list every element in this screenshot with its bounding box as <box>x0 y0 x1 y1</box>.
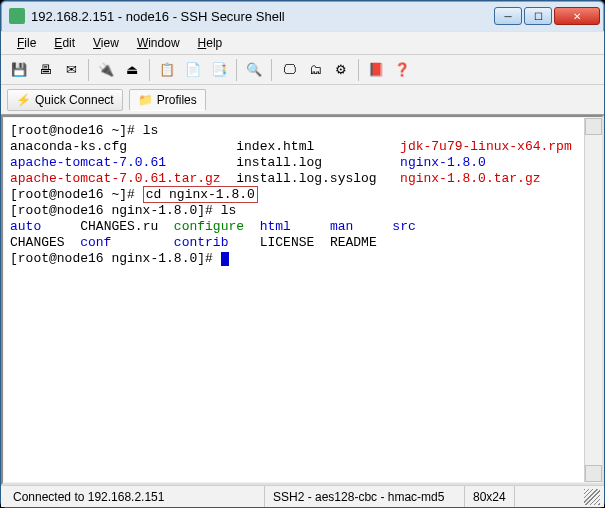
connect-icon[interactable]: 🔌 <box>94 58 118 82</box>
status-connection: Connected to 192.168.2.151 <box>5 486 265 507</box>
help-book-icon[interactable]: 📕 <box>364 58 388 82</box>
menu-help[interactable]: Help <box>190 34 231 52</box>
status-size: 80x24 <box>465 486 515 507</box>
minimize-button[interactable]: ─ <box>494 7 522 25</box>
file: LICENSE <box>260 235 315 250</box>
vertical-scrollbar[interactable] <box>584 118 601 482</box>
command-highlighted: cd nginx-1.8.0 <box>143 186 258 203</box>
command: ls <box>143 123 159 138</box>
file: index.html <box>236 139 314 154</box>
menu-edit[interactable]: Edit <box>46 34 83 52</box>
file: jdk-7u79-linux-x64.rpm <box>400 139 572 154</box>
disconnect-icon[interactable]: ⏏ <box>120 58 144 82</box>
copy-icon[interactable]: 📋 <box>155 58 179 82</box>
prompt: [root@node16 ~]# <box>10 123 143 138</box>
transfer-icon[interactable]: 🗂 <box>303 58 327 82</box>
app-window: 192.168.2.151 - node16 - SSH Secure Shel… <box>0 0 605 508</box>
window-controls: ─ ☐ ✕ <box>494 7 600 25</box>
separator <box>271 59 272 81</box>
clipboard-icon[interactable]: 📑 <box>207 58 231 82</box>
dir: contrib <box>174 235 229 250</box>
terminal[interactable]: [root@node16 ~]# ls anaconda-ks.cfg inde… <box>4 118 584 482</box>
quick-connect-label: Quick Connect <box>35 93 114 107</box>
app-icon <box>9 8 25 24</box>
titlebar: 192.168.2.151 - node16 - SSH Secure Shel… <box>1 1 604 31</box>
prompt: [root@node16 nginx-1.8.0]# <box>10 203 221 218</box>
dir: src <box>392 219 415 234</box>
folder-icon: 📁 <box>138 93 152 107</box>
prompt: [root@node16 ~]# <box>10 187 143 202</box>
toolbar: 💾 🖶 ✉ 🔌 ⏏ 📋 📄 📑 🔍 🖵 🗂 ⚙ 📕 ❓ <box>1 55 604 85</box>
mail-icon[interactable]: ✉ <box>59 58 83 82</box>
menu-window[interactable]: Window <box>129 34 188 52</box>
find-icon[interactable]: 🔍 <box>242 58 266 82</box>
paste-icon[interactable]: 📄 <box>181 58 205 82</box>
dir: html <box>260 219 291 234</box>
profiles-label: Profiles <box>157 93 197 107</box>
connect-toolbar: ⚡ Quick Connect 📁 Profiles <box>1 85 604 115</box>
statusbar: Connected to 192.168.2.151 SSH2 - aes128… <box>1 485 604 507</box>
lightning-icon: ⚡ <box>16 93 30 107</box>
command: ls <box>221 203 237 218</box>
file: CHANGES <box>10 235 65 250</box>
dir: conf <box>80 235 111 250</box>
menubar: File Edit View Window Help <box>1 31 604 55</box>
file: nginx-1.8.0.tar.gz <box>400 171 540 186</box>
prompt: [root@node16 nginx-1.8.0]# <box>10 251 221 266</box>
menu-file[interactable]: File <box>9 34 44 52</box>
file: install.log <box>236 155 322 170</box>
dir: auto <box>10 219 41 234</box>
print-icon[interactable]: 🖶 <box>33 58 57 82</box>
dir: apache-tomcat-7.0.61 <box>10 155 166 170</box>
whats-this-icon[interactable]: ❓ <box>390 58 414 82</box>
separator <box>236 59 237 81</box>
window-title: 192.168.2.151 - node16 - SSH Secure Shel… <box>31 9 488 24</box>
separator <box>88 59 89 81</box>
file: CHANGES.ru <box>80 219 158 234</box>
separator <box>149 59 150 81</box>
status-cipher: SSH2 - aes128-cbc - hmac-md5 <box>265 486 465 507</box>
file: anaconda-ks.cfg <box>10 139 127 154</box>
file: apache-tomcat-7.0.61.tar.gz <box>10 171 221 186</box>
maximize-button[interactable]: ☐ <box>524 7 552 25</box>
quick-connect-button[interactable]: ⚡ Quick Connect <box>7 89 123 111</box>
dir: nginx-1.8.0 <box>400 155 486 170</box>
save-icon[interactable]: 💾 <box>7 58 31 82</box>
resize-grip[interactable] <box>584 489 600 505</box>
menu-view[interactable]: View <box>85 34 127 52</box>
settings-icon[interactable]: ⚙ <box>329 58 353 82</box>
exec: configure <box>174 219 244 234</box>
dir: man <box>330 219 353 234</box>
terminal-icon[interactable]: 🖵 <box>277 58 301 82</box>
file: README <box>330 235 377 250</box>
terminal-frame: [root@node16 ~]# ls anaconda-ks.cfg inde… <box>1 115 604 485</box>
profiles-button[interactable]: 📁 Profiles <box>129 89 206 111</box>
close-button[interactable]: ✕ <box>554 7 600 25</box>
cursor <box>221 252 229 266</box>
file: install.log.syslog <box>236 171 376 186</box>
separator <box>358 59 359 81</box>
